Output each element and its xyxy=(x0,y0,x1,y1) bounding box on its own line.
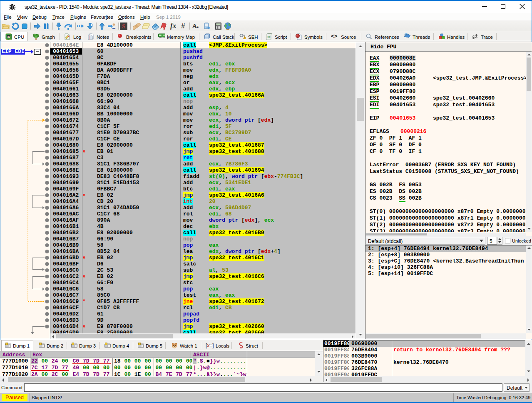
svg-text:!: ! xyxy=(244,37,245,39)
svg-text:32: 32 xyxy=(7,35,10,38)
svg-text:S: S xyxy=(122,23,125,30)
svg-text:<>: <> xyxy=(267,35,271,39)
